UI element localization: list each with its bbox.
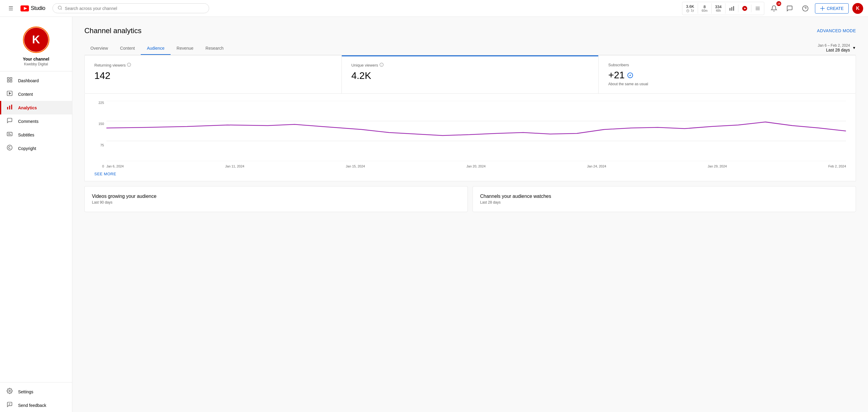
svg-line-3: [61, 9, 62, 10]
sidebar-item-feedback[interactable]: Send feedback: [0, 399, 72, 412]
chart-container: 225 150 75 0: [84, 94, 856, 181]
stat-views-label: 1y: [686, 9, 694, 12]
sidebar-item-settings[interactable]: Settings: [0, 385, 72, 399]
analytics-icon: [6, 104, 13, 111]
sidebar-item-analytics-label: Analytics: [18, 105, 37, 110]
metric-subscribers[interactable]: Subscribers +21 About the same as usual: [598, 56, 856, 93]
sidebar-item-settings-label: Settings: [18, 389, 33, 394]
search-input[interactable]: [65, 6, 204, 11]
channel-avatar[interactable]: K: [23, 27, 50, 53]
svg-rect-6: [732, 7, 733, 10]
date-range-label: Jan 6 – Feb 2, 2024: [818, 43, 850, 47]
svg-rect-5: [730, 8, 731, 10]
sidebar-item-subtitles[interactable]: Subtitles: [0, 128, 72, 142]
tab-revenue[interactable]: Revenue: [170, 42, 199, 55]
svg-rect-20: [7, 80, 9, 82]
stats-bar: 3.6K 1y 8 60m 334 48h: [682, 2, 764, 15]
create-label: CREATE: [827, 6, 844, 11]
sidebar-bottom: Settings Send feedback: [0, 382, 72, 412]
bottom-card-videos-title: Videos growing your audience: [92, 194, 460, 199]
hamburger-menu[interactable]: ☰: [5, 2, 17, 14]
youtube-logo-icon: [21, 5, 29, 11]
tab-audience[interactable]: Audience: [141, 42, 170, 55]
chart-labels: Jan 6, 2024 Jan 11, 2024 Jan 15, 2024 Ja…: [106, 165, 846, 168]
metric-unique-viewers[interactable]: Unique viewers 4.2K: [342, 56, 599, 93]
comments-icon: [6, 117, 13, 125]
svg-rect-25: [11, 105, 12, 110]
copyright-icon: [6, 144, 13, 152]
x-label-4: Jan 24, 2024: [587, 165, 607, 168]
stat-bar-icon[interactable]: [725, 4, 738, 12]
stat-list-icon[interactable]: [751, 4, 764, 12]
advanced-mode-button[interactable]: ADVANCED MODE: [817, 28, 856, 33]
svg-point-29: [7, 145, 12, 150]
metric-returning-label: Returning viewers: [94, 63, 332, 68]
chart-svg: [106, 101, 846, 161]
sidebar-item-comments[interactable]: Comments: [0, 114, 72, 128]
x-label-5: Jan 29, 2024: [708, 165, 727, 168]
stat-views[interactable]: 3.6K 1y: [682, 3, 698, 13]
svg-point-30: [9, 390, 10, 392]
sidebar-item-copyright[interactable]: Copyright: [0, 142, 72, 155]
channel-info: K Your channel Kwebby Digital: [0, 22, 72, 71]
sidebar-item-content-label: Content: [18, 92, 33, 97]
tabs-row: Overview Content Audience Revenue Resear…: [84, 42, 856, 55]
svg-rect-16: [820, 8, 825, 8]
svg-rect-18: [10, 78, 12, 79]
svg-rect-7: [733, 6, 734, 10]
user-avatar[interactable]: K: [852, 3, 863, 14]
x-label-6: Feb 2, 2024: [828, 165, 846, 168]
see-more-button[interactable]: SEE MORE: [94, 172, 116, 176]
bottom-cards: Videos growing your audience Last 90 day…: [84, 186, 856, 212]
returning-info-icon[interactable]: [127, 63, 131, 68]
x-label-2: Jan 15, 2024: [346, 165, 365, 168]
metric-returning-value: 142: [94, 70, 332, 81]
feedback-icon: [6, 402, 13, 409]
sidebar-item-feedback-label: Send feedback: [18, 403, 46, 408]
create-button[interactable]: CREATE: [815, 3, 849, 13]
unique-info-icon[interactable]: [379, 63, 384, 68]
tab-research[interactable]: Research: [199, 42, 230, 55]
metric-subscribers-note: About the same as usual: [608, 82, 846, 86]
metric-subscribers-label: Subscribers: [608, 63, 846, 67]
sidebar-item-dashboard-label: Dashboard: [18, 78, 39, 83]
bottom-card-videos-subtitle: Last 90 days: [92, 200, 460, 205]
x-label-0: Jan 6, 2024: [106, 165, 124, 168]
notification-badge: 15: [776, 1, 781, 6]
svg-marker-22: [9, 93, 10, 95]
stat-live[interactable]: 8 60m: [698, 3, 711, 13]
date-range[interactable]: Jan 6 – Feb 2, 2024 Last 28 days ▼: [818, 43, 856, 55]
sidebar-item-content[interactable]: Content: [0, 87, 72, 101]
bottom-card-channels-watches: Channels your audience watches Last 28 d…: [472, 186, 856, 212]
tab-content[interactable]: Content: [114, 42, 141, 55]
main-content: Channel analytics ADVANCED MODE Overview…: [72, 17, 868, 412]
stat-play-icon[interactable]: [738, 4, 751, 12]
help-button[interactable]: [799, 2, 811, 14]
stat-views-value: 3.6K: [686, 4, 694, 9]
sidebar: K Your channel Kwebby Digital Dashboard …: [0, 17, 72, 412]
sidebar-item-analytics[interactable]: Analytics: [0, 101, 72, 114]
notification-bell[interactable]: 15: [768, 2, 780, 14]
y-axis: 225 150 75 0: [94, 101, 106, 168]
logo[interactable]: Studio: [21, 5, 45, 11]
svg-rect-19: [10, 80, 12, 82]
metric-unique-label: Unique viewers: [351, 63, 589, 68]
chart-area: Jan 6, 2024 Jan 11, 2024 Jan 15, 2024 Ja…: [106, 101, 846, 168]
stat-recent-value: 334: [715, 4, 722, 9]
bottom-card-videos-growing: Videos growing your audience Last 90 day…: [84, 186, 468, 212]
date-range-value: Last 28 days: [818, 47, 850, 53]
topnav: ☰ Studio 3.6K 1y 8: [0, 0, 868, 17]
tab-overview[interactable]: Overview: [84, 42, 114, 55]
metric-returning-viewers[interactable]: Returning viewers 142: [85, 56, 342, 93]
comments-icon-button[interactable]: [784, 2, 796, 14]
channel-avatar-inner: K: [24, 28, 48, 52]
metrics-row: Returning viewers 142 Unique viewers 4.2…: [84, 55, 856, 94]
stat-recent[interactable]: 334 48h: [712, 3, 726, 13]
sidebar-item-subtitles-label: Subtitles: [18, 133, 34, 137]
svg-rect-26: [7, 132, 12, 136]
search-bar[interactable]: [53, 3, 209, 13]
svg-rect-17: [7, 78, 9, 79]
sidebar-item-dashboard[interactable]: Dashboard: [0, 74, 72, 87]
date-dropdown-arrow[interactable]: ▼: [852, 46, 856, 50]
bottom-card-channels-title: Channels your audience watches: [480, 194, 848, 199]
